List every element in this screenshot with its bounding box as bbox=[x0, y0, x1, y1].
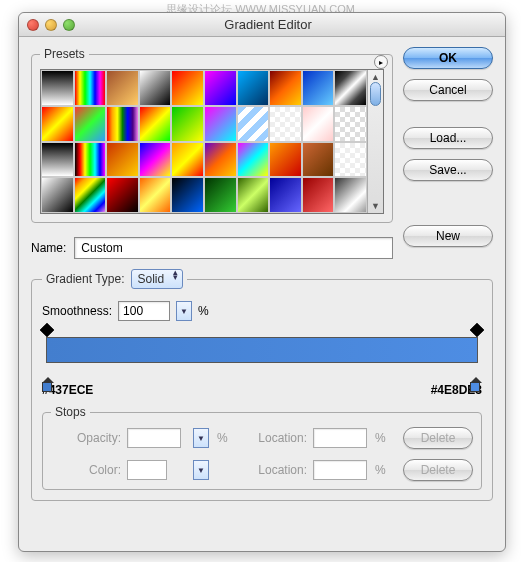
preset-swatch[interactable] bbox=[41, 177, 74, 213]
cancel-button[interactable]: Cancel bbox=[403, 79, 493, 101]
color-dropdown-icon[interactable]: ▼ bbox=[193, 460, 209, 480]
opacity-stop-right[interactable] bbox=[472, 325, 482, 335]
presets-scrollbar[interactable]: ▲ ▼ bbox=[367, 70, 383, 213]
preset-swatch[interactable] bbox=[237, 142, 270, 178]
preset-swatch[interactable] bbox=[237, 70, 270, 106]
preset-swatch[interactable] bbox=[269, 106, 302, 142]
color-stop-left[interactable] bbox=[42, 379, 54, 393]
color-label: Color: bbox=[51, 463, 121, 477]
color-location-input[interactable] bbox=[313, 460, 367, 480]
preset-swatch[interactable] bbox=[334, 106, 367, 142]
preset-swatch[interactable] bbox=[139, 106, 172, 142]
stops-legend: Stops bbox=[51, 405, 90, 419]
preset-swatch[interactable] bbox=[171, 70, 204, 106]
preset-swatch[interactable] bbox=[74, 106, 107, 142]
preset-swatch[interactable] bbox=[41, 70, 74, 106]
color-location-unit: % bbox=[375, 463, 389, 477]
opacity-unit: % bbox=[217, 431, 231, 445]
presets-menu-icon[interactable]: ▸ bbox=[374, 55, 388, 69]
preset-swatch[interactable] bbox=[237, 177, 270, 213]
scroll-down-icon[interactable]: ▼ bbox=[368, 199, 383, 213]
preset-swatch[interactable] bbox=[106, 142, 139, 178]
preset-swatch[interactable] bbox=[171, 142, 204, 178]
preset-swatch[interactable] bbox=[106, 177, 139, 213]
new-button[interactable]: New bbox=[403, 225, 493, 247]
opacity-location-input[interactable] bbox=[313, 428, 367, 448]
load-button[interactable]: Load... bbox=[403, 127, 493, 149]
preset-swatch[interactable] bbox=[269, 70, 302, 106]
color-location-label: Location: bbox=[237, 463, 307, 477]
name-input[interactable] bbox=[74, 237, 393, 259]
gradient-bar[interactable] bbox=[46, 337, 478, 363]
preset-swatch[interactable] bbox=[204, 142, 237, 178]
preset-swatch[interactable] bbox=[171, 106, 204, 142]
preset-swatch[interactable] bbox=[302, 70, 335, 106]
smoothness-dropdown-icon[interactable]: ▼ bbox=[176, 301, 192, 321]
presets-fieldset: Presets ▸ ▲ ▼ bbox=[31, 47, 393, 223]
titlebar: Gradient Editor bbox=[19, 13, 505, 37]
gradient-type-fieldset: Gradient Type: Solid Smoothness: ▼ % #43… bbox=[31, 269, 493, 501]
gradient-bar-area bbox=[42, 331, 482, 369]
close-icon[interactable] bbox=[27, 19, 39, 31]
smoothness-input[interactable] bbox=[118, 301, 170, 321]
preset-swatch[interactable] bbox=[204, 177, 237, 213]
stops-fieldset: Stops Opacity: ▼ % Location: % Delete Co… bbox=[42, 405, 482, 490]
preset-swatch[interactable] bbox=[139, 142, 172, 178]
window-title: Gradient Editor bbox=[39, 17, 497, 32]
delete-color-button[interactable]: Delete bbox=[403, 459, 473, 481]
color-stop-right[interactable] bbox=[470, 379, 482, 393]
preset-swatch[interactable] bbox=[106, 70, 139, 106]
preset-swatch[interactable] bbox=[269, 142, 302, 178]
preset-swatch[interactable] bbox=[334, 70, 367, 106]
delete-opacity-button[interactable]: Delete bbox=[403, 427, 473, 449]
preset-swatch[interactable] bbox=[334, 142, 367, 178]
preset-swatch[interactable] bbox=[302, 177, 335, 213]
preset-swatch[interactable] bbox=[41, 106, 74, 142]
smoothness-unit: % bbox=[198, 304, 209, 318]
preset-swatch-grid bbox=[41, 70, 367, 213]
scroll-thumb[interactable] bbox=[370, 82, 381, 106]
color-well[interactable] bbox=[127, 460, 167, 480]
name-label: Name: bbox=[31, 241, 66, 255]
preset-swatch[interactable] bbox=[74, 70, 107, 106]
opacity-label: Opacity: bbox=[51, 431, 121, 445]
opacity-input[interactable] bbox=[127, 428, 181, 448]
gradient-type-select[interactable]: Solid bbox=[131, 269, 184, 289]
opacity-location-label: Location: bbox=[237, 431, 307, 445]
preset-swatch[interactable] bbox=[74, 142, 107, 178]
opacity-dropdown-icon[interactable]: ▼ bbox=[193, 428, 209, 448]
preset-swatch[interactable] bbox=[139, 70, 172, 106]
gradient-type-label: Gradient Type: bbox=[46, 272, 125, 286]
preset-swatch[interactable] bbox=[302, 106, 335, 142]
save-button[interactable]: Save... bbox=[403, 159, 493, 181]
opacity-stop-left[interactable] bbox=[42, 325, 52, 335]
preset-swatch[interactable] bbox=[269, 177, 302, 213]
presets-box: ▲ ▼ bbox=[40, 69, 384, 214]
preset-swatch[interactable] bbox=[204, 70, 237, 106]
preset-swatch[interactable] bbox=[106, 106, 139, 142]
gradient-type-legend: Gradient Type: Solid bbox=[42, 269, 187, 289]
preset-swatch[interactable] bbox=[204, 106, 237, 142]
gradient-editor-dialog: Gradient Editor Presets ▸ ▲ ▼ bbox=[18, 12, 506, 552]
preset-swatch[interactable] bbox=[41, 142, 74, 178]
preset-swatch[interactable] bbox=[334, 177, 367, 213]
preset-swatch[interactable] bbox=[171, 177, 204, 213]
preset-swatch[interactable] bbox=[302, 142, 335, 178]
preset-swatch[interactable] bbox=[74, 177, 107, 213]
opacity-location-unit: % bbox=[375, 431, 389, 445]
smoothness-label: Smoothness: bbox=[42, 304, 112, 318]
presets-legend: Presets bbox=[40, 47, 89, 61]
preset-swatch[interactable] bbox=[237, 106, 270, 142]
preset-swatch[interactable] bbox=[139, 177, 172, 213]
ok-button[interactable]: OK bbox=[403, 47, 493, 69]
